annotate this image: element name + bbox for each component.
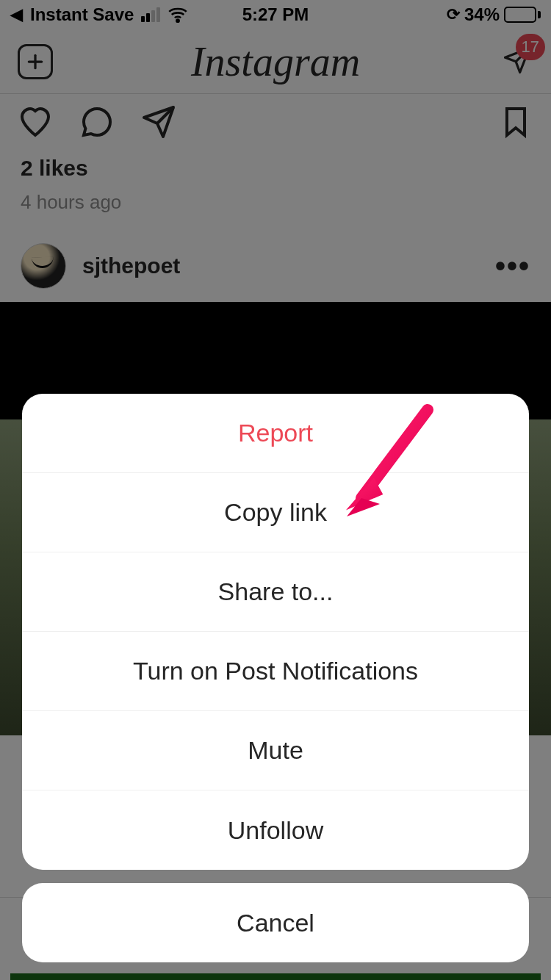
sheet-item-report[interactable]: Report xyxy=(22,394,529,473)
sheet-item-label: Unfollow xyxy=(228,816,323,845)
action-sheet: Report Copy link Share to... Turn on Pos… xyxy=(22,394,529,962)
sheet-cancel-button[interactable]: Cancel xyxy=(22,883,529,962)
sheet-item-copy-link[interactable]: Copy link xyxy=(22,473,529,552)
sheet-item-label: Copy link xyxy=(224,498,327,527)
sheet-item-label: Report xyxy=(238,419,313,447)
sheet-item-unfollow[interactable]: Unfollow xyxy=(22,790,529,870)
sheet-item-label: Share to... xyxy=(218,577,334,606)
sheet-cancel-label: Cancel xyxy=(237,909,314,937)
sheet-item-label: Mute xyxy=(248,736,303,765)
sheet-item-post-notifications[interactable]: Turn on Post Notifications xyxy=(22,632,529,711)
sheet-item-label: Turn on Post Notifications xyxy=(133,657,418,685)
sheet-item-share-to[interactable]: Share to... xyxy=(22,552,529,632)
sheet-item-mute[interactable]: Mute xyxy=(22,711,529,790)
